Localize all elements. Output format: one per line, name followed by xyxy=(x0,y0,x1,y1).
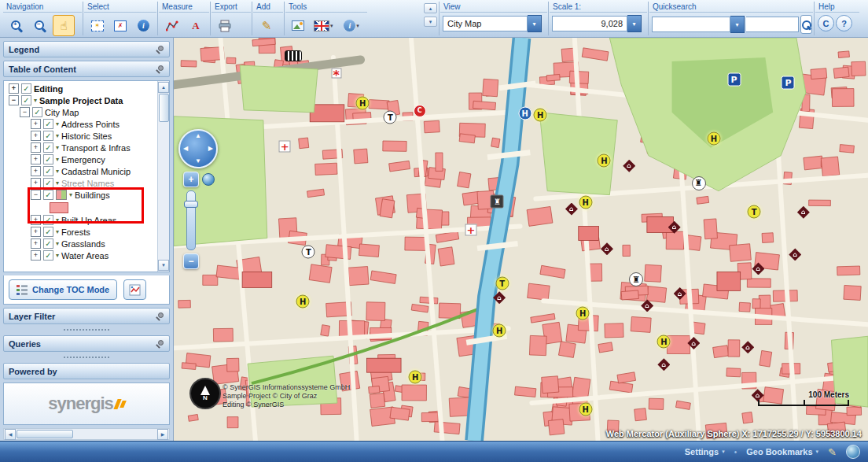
pin-icon[interactable] xyxy=(156,339,164,348)
collapse-icon[interactable]: − xyxy=(31,190,41,200)
chevron-down-icon[interactable]: ▾ xyxy=(56,179,59,187)
add-text-button[interactable]: A xyxy=(185,15,207,36)
contact-button[interactable]: C xyxy=(818,15,834,31)
tools-info-button[interactable]: i▾ xyxy=(338,15,365,36)
checkbox[interactable]: ✓ xyxy=(43,227,53,237)
chevron-down-icon[interactable]: ▾ xyxy=(56,240,59,247)
sidebar-horizontal-scrollbar[interactable]: ◀ ▶ xyxy=(3,428,170,440)
pan-wheel-control[interactable]: ▲ ▼ ◀ ▶ xyxy=(178,129,218,168)
panel-header-queries[interactable]: Queries xyxy=(3,335,170,352)
expand-icon[interactable]: + xyxy=(9,83,19,94)
tree-label[interactable]: Editing xyxy=(34,84,63,94)
tree-label[interactable]: Emergency xyxy=(61,155,105,164)
map-marker-dia[interactable]: ⌂ xyxy=(741,341,754,353)
map-marker-dia[interactable]: ⌂ xyxy=(687,337,700,349)
expand-icon[interactable]: + xyxy=(31,131,41,141)
map-marker-cross[interactable]: + xyxy=(279,140,291,152)
tree-label[interactable]: Cadastral Municip xyxy=(61,167,131,176)
chevron-down-icon[interactable]: ▾ xyxy=(56,216,59,224)
scroll-right-button[interactable]: ▶ xyxy=(157,429,168,440)
tree-label[interactable]: Built-Up Areas xyxy=(61,216,116,225)
map-marker-dia[interactable]: ⌂ xyxy=(789,248,801,261)
map-marker-tw[interactable]: T xyxy=(384,110,397,124)
map-zoom-in-button[interactable]: + xyxy=(183,172,199,187)
view-select[interactable]: City Map xyxy=(443,16,528,31)
zoom-out-button[interactable]: − xyxy=(29,15,51,36)
tree-label[interactable]: Historic Sites xyxy=(61,131,112,141)
map-marker-h[interactable]: H xyxy=(409,371,422,384)
panel-header-layer-filter[interactable]: Layer Filter xyxy=(3,308,170,324)
print-button[interactable] xyxy=(214,15,236,36)
chevron-down-icon[interactable]: ▾ xyxy=(56,228,59,235)
map-marker-dia[interactable]: ⌂ xyxy=(623,160,635,172)
chevron-down-icon[interactable]: ▾ xyxy=(69,191,72,198)
quicksearch-select-arrow[interactable]: ▾ xyxy=(730,16,745,33)
toolbar-collapse-down-button[interactable]: ▾ xyxy=(424,17,437,27)
zoom-in-button[interactable]: + xyxy=(6,15,28,36)
pan-right-icon[interactable]: ▶ xyxy=(208,146,213,152)
map-marker-h[interactable]: H xyxy=(296,295,310,309)
chevron-down-icon[interactable]: ▾ xyxy=(56,120,59,128)
change-toc-mode-button[interactable]: Change TOC Mode xyxy=(9,279,117,300)
tree-label[interactable]: Buildings xyxy=(75,190,110,200)
tree-label[interactable]: Water Areas xyxy=(61,251,108,261)
map-marker-star[interactable]: * xyxy=(331,68,341,79)
pan-button[interactable]: ☝ xyxy=(53,15,75,36)
map-marker-dia[interactable]: ⌂ xyxy=(752,262,764,275)
screenshot-button[interactable] xyxy=(288,15,308,36)
zoom-slider-thumb[interactable] xyxy=(184,201,198,208)
map-marker-dia[interactable]: ⌂ xyxy=(668,221,681,234)
checkbox[interactable]: ✓ xyxy=(43,190,53,200)
expand-icon[interactable]: + xyxy=(31,166,41,176)
scrollbar-thumb[interactable] xyxy=(159,94,169,122)
identify-button[interactable]: i xyxy=(133,15,154,36)
map-marker-p[interactable]: P xyxy=(782,76,795,89)
map-marker-hb[interactable]: H xyxy=(518,106,531,120)
tree-label[interactable]: Forests xyxy=(61,227,90,237)
scale-select-arrow[interactable]: ▾ xyxy=(627,15,642,32)
select-features-button[interactable]: ✶ xyxy=(86,15,108,36)
panel-header-toc[interactable]: Table of Content xyxy=(3,61,170,77)
scroll-left-button[interactable]: ◀ xyxy=(5,429,16,440)
measure-line-button[interactable] xyxy=(161,15,183,36)
checkbox[interactable]: ✓ xyxy=(43,154,53,164)
redline-button[interactable]: ✎ xyxy=(256,15,278,36)
map-marker-h[interactable]: H xyxy=(356,96,370,109)
map-marker-h[interactable]: H xyxy=(579,196,592,209)
chevron-down-icon[interactable]: ▾ xyxy=(56,168,59,175)
map-marker-dia[interactable]: ⌂ xyxy=(674,287,686,300)
checkbox[interactable]: ✓ xyxy=(43,178,53,188)
chevron-down-icon[interactable]: ▾ xyxy=(56,144,59,151)
expand-icon[interactable]: + xyxy=(31,227,41,237)
tree-label[interactable]: Transport & Infras xyxy=(61,143,131,153)
expand-icon[interactable]: + xyxy=(31,154,41,164)
scroll-up-button[interactable]: ▲ xyxy=(158,82,169,93)
collapse-icon[interactable]: − xyxy=(9,95,19,105)
map-marker-dia[interactable]: ⌂ xyxy=(797,206,810,219)
redlining-toc-button[interactable] xyxy=(123,279,146,300)
checkbox[interactable]: ✓ xyxy=(43,215,53,225)
map-marker-mus[interactable]: ♜ xyxy=(491,195,504,209)
pin-icon[interactable] xyxy=(156,312,164,320)
checkbox[interactable]: ✓ xyxy=(32,107,42,117)
checkbox[interactable]: ✓ xyxy=(21,83,31,94)
clear-selection-button[interactable]: ✗ xyxy=(109,15,131,36)
scroll-down-button[interactable]: ▼ xyxy=(158,260,169,271)
map-marker-h[interactable]: H xyxy=(579,403,592,416)
map-marker-dia[interactable]: ⌂ xyxy=(601,242,613,255)
map-marker-p[interactable]: P xyxy=(727,72,741,86)
expand-icon[interactable]: + xyxy=(31,142,41,153)
map-marker-cross[interactable]: + xyxy=(465,224,476,235)
scale-select[interactable]: 9,028 xyxy=(552,16,627,31)
chevron-down-icon[interactable]: ▾ xyxy=(56,252,59,259)
map-marker-musw[interactable]: ♜ xyxy=(629,272,643,286)
map-marker-h[interactable]: H xyxy=(576,307,590,320)
tree-label[interactable]: Address Points xyxy=(61,120,120,129)
tree-label[interactable]: Grasslands xyxy=(61,239,105,249)
chevron-down-icon[interactable]: ▾ xyxy=(56,156,59,163)
checkbox[interactable]: ✓ xyxy=(43,131,53,141)
map-marker-h[interactable]: H xyxy=(534,108,547,121)
map-marker-h[interactable]: H xyxy=(598,153,611,167)
toc-vertical-scrollbar[interactable]: ▲ ▼ xyxy=(157,81,169,272)
map-marker-h[interactable]: H xyxy=(707,132,720,146)
